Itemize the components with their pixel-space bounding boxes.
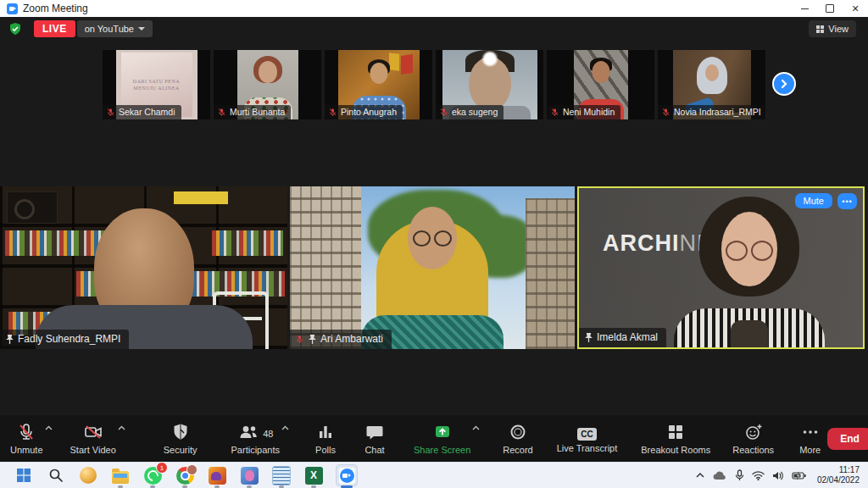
profile-avatar [186,464,198,475]
file-explorer-button[interactable] [110,465,131,485]
end-meeting-button[interactable]: End [827,428,868,450]
cc-icon: CC [577,428,596,441]
pin-icon [308,334,317,345]
breakout-rooms-icon [665,422,686,442]
game-app-icon [209,467,226,485]
chevron-right-icon [779,79,789,89]
hidden-icons-chevron[interactable] [695,470,705,480]
chevron-up-icon[interactable] [45,425,53,430]
live-badge: LIVE [34,20,75,37]
participant-nameplate: Neni Muhidin [547,105,620,119]
onedrive-cloud-icon[interactable] [713,470,727,481]
view-grid-icon [816,25,824,33]
speaker-icon[interactable] [772,470,784,481]
close-button[interactable]: ✕ [843,0,868,17]
taskbar-app-media[interactable] [239,465,259,485]
next-participants-button[interactable] [772,72,796,96]
muted-mic-icon [106,108,115,117]
muted-mic-icon [217,108,226,117]
excel-icon: X [305,467,323,485]
zoom-app-icon [338,467,356,485]
battery-icon[interactable] [792,471,806,480]
start-button[interactable] [14,465,34,485]
search-icon [48,468,64,483]
taskbar-app-notes[interactable] [271,465,292,485]
zoom-logo-icon [7,3,18,14]
chevron-up-icon[interactable] [118,425,125,430]
share-screen-button[interactable]: Share Screen [407,415,477,462]
taskbar-clock[interactable]: 11:17 02/04/2022 [817,465,860,486]
record-icon [508,422,528,442]
polls-icon [315,422,336,442]
taskbar-app-widget[interactable] [78,465,98,485]
tile-more-options-button[interactable]: ••• [837,193,857,209]
unmute-button[interactable]: Unmute [3,415,50,462]
reactions-button[interactable]: Reactions [726,415,781,462]
thumbnail-eka[interactable]: eka sugeng [436,50,543,119]
windows-start-icon [16,468,31,483]
pin-icon [584,332,593,343]
mute-participant-button[interactable]: Mute [795,193,832,208]
breakout-rooms-button[interactable]: Breakout Rooms [634,415,717,462]
windows-taskbar: 1 X 11:17 02/04/2022 [0,462,868,488]
live-platform-dropdown[interactable]: on YouTube [77,20,153,37]
microphone-tray-icon[interactable] [735,469,744,481]
video-tile-imelda-active-speaker[interactable]: ARCHINE Mute ••• Imelda Akmal [577,186,865,349]
security-button[interactable]: Security [157,415,204,462]
close-icon: ✕ [851,4,859,14]
thumbnail-murti[interactable]: Murti Bunanta [214,50,321,119]
tile-nameplate: Ari Ambarwati [290,330,392,349]
notification-badge: 1 [156,462,168,474]
media-app-icon [241,467,259,485]
minimize-button[interactable] [792,0,817,17]
tray-date: 02/04/2022 [817,475,860,486]
more-dots-icon [800,422,821,442]
tile-nameplate: Imelda Akmal [579,328,666,347]
thumbnail-novia[interactable]: Novia Indrasari_RMPI [658,50,765,119]
chrome-button[interactable] [175,465,195,485]
muted-mic-icon [328,108,337,117]
meeting-top-bar: LIVE on YouTube View [0,17,868,41]
video-tile-ari[interactable]: BUS Ari Ambarwati [290,186,575,349]
participants-count: 48 [263,429,273,439]
excel-button[interactable]: X [303,465,324,485]
more-button[interactable]: More [793,415,827,462]
start-video-button[interactable]: Start Video [64,415,123,462]
view-button[interactable]: View [809,20,856,37]
tile-nameplate: Fadly Suhendra_RMPI [0,330,129,349]
record-button[interactable]: Record [496,415,539,462]
participant-filmstrip: DARI SATU PENA MENUJU ALINEA Sekar Chamd… [103,50,765,119]
participant-nameplate: Novia Indrasari_RMPI [658,105,765,119]
speaker-box [7,191,58,224]
main-video-grid: Fadly Suhendra_RMPI BUS Ari Ambarwati AR… [0,186,865,349]
chevron-up-icon[interactable] [472,425,480,430]
participant-nameplate: Pinto Anugrah [325,105,403,119]
video-off-icon [83,422,103,442]
polls-button[interactable]: Polls [309,415,342,462]
muted-mic-icon [439,108,448,117]
tray-time: 11:17 [817,465,860,476]
thumbnail-pinto[interactable]: Pinto Anugrah [325,50,432,119]
chevron-down-icon [138,27,145,30]
notes-icon [272,466,291,485]
chevron-up-icon[interactable] [281,425,289,430]
chat-button[interactable]: Chat [358,415,392,462]
security-shield-icon[interactable] [8,22,22,36]
search-button[interactable] [46,465,66,485]
zoom-app-button[interactable] [336,464,358,486]
thumbnail-sekar[interactable]: DARI SATU PENA MENUJU ALINEA Sekar Chamd… [103,50,210,119]
minimize-icon [801,8,809,9]
whatsapp-button[interactable]: 1 [142,465,163,485]
live-transcript-button[interactable]: CC Live Transcript [550,415,625,462]
muted-mic-icon [550,108,559,117]
video-tile-fadly[interactable]: Fadly Suhendra_RMPI [0,186,287,349]
thumbnail-neni[interactable]: Neni Muhidin [547,50,654,119]
glasses [726,241,773,261]
maximize-button[interactable] [817,0,843,17]
participants-button[interactable]: 48 Participants [225,415,287,462]
wifi-icon[interactable] [752,470,765,480]
shield-icon [170,422,191,442]
taskbar-app-game[interactable] [207,465,227,485]
folder-icon [112,471,129,484]
system-tray: 11:17 02/04/2022 [695,465,860,486]
